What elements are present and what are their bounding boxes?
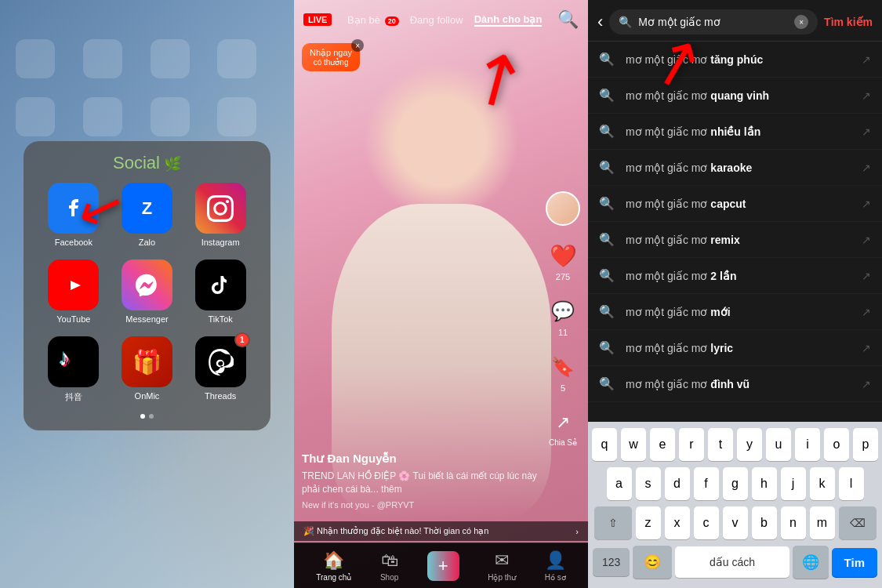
search-submit-button[interactable]: Tìm kiếm [824,16,873,28]
result-text-7: mơ một giấc mơ 2 lần [626,270,851,282]
key-d[interactable]: d [665,467,690,500]
key-e[interactable]: e [650,428,675,461]
result-5[interactable]: 🔍 mơ một giấc mơ capcut ↗ [588,186,882,222]
tiktok-promo-bar[interactable]: 🎉 Nhận thưởng đặc biệt nào! Thời gian có… [294,521,588,541]
result-1[interactable]: 🔍 mơ một giấc mơ tăng phúc ↗ [588,42,882,78]
tiktok-tabs[interactable]: Bạn bè 20 Đang follow Dành cho bạn [347,13,542,27]
search-header: ‹ 🔍 Mơ một giấc mơ × Tìm kiếm [588,0,882,42]
key-n[interactable]: n [781,506,806,539]
create-post-button[interactable]: + [427,551,459,581]
key-b[interactable]: b [752,506,777,539]
app-tiktok[interactable]: TikTok [190,260,251,324]
key-delete[interactable]: ⌫ [839,506,877,539]
comment-icon: 💬 [549,297,577,325]
key-q[interactable]: q [592,428,617,461]
tab-for-you[interactable]: Dành cho bạn [474,13,543,27]
bg-app-7 [151,97,190,136]
key-j[interactable]: j [781,467,806,500]
key-search[interactable]: Tim [832,548,877,577]
back-button[interactable]: ‹ [597,12,603,32]
key-shift[interactable]: ⇧ [594,506,632,539]
key-k[interactable]: k [810,467,835,500]
nav-home[interactable]: 🏠 Trang chủ [316,550,351,582]
key-r[interactable]: r [679,428,704,461]
app-messenger[interactable]: Messenger [117,260,178,324]
key-space[interactable]: dấu cách [675,546,789,578]
nav-create[interactable]: + [427,551,459,581]
result-arrow-2: ↗ [862,89,871,102]
search-bar[interactable]: 🔍 Mơ một giấc mơ × [609,9,818,34]
tiktok-video-info: Thư Đan Nguyễn TREND LAN HỒ ĐIỆP 🌸 Tui b… [302,452,541,510]
tiktok-search-button[interactable]: 🔍 [557,9,579,30]
bg-app-1 [16,39,55,78]
result-2[interactable]: 🔍 mơ một giấc mơ quang vinh ↗ [588,78,882,114]
key-t[interactable]: t [708,428,733,461]
share-button[interactable]: ↗ Chia Sẻ [549,408,577,447]
result-3[interactable]: 🔍 mơ một giấc mơ nhiều lần ↗ [588,114,882,150]
key-l[interactable]: l [839,467,864,500]
key-h[interactable]: h [752,467,777,500]
result-4[interactable]: 🔍 mơ một giấc mơ karaoke ↗ [588,150,882,186]
share-icon: ↗ [549,408,577,437]
tab-friends[interactable]: Bạn bè 20 [347,14,399,26]
onmic-label: OnMic [135,391,160,401]
result-7[interactable]: 🔍 mơ một giấc mơ 2 lần ↗ [588,258,882,294]
result-arrow-1: ↗ [862,53,871,66]
key-o[interactable]: o [824,428,849,461]
social-folder[interactable]: Social 🌿 Facebook Z Zalo [24,141,270,430]
result-search-icon-10: 🔍 [599,376,615,391]
result-10[interactable]: 🔍 mơ một giấc mơ đình vũ ↗ [588,366,882,402]
key-v[interactable]: v [723,506,748,539]
key-g[interactable]: g [723,467,748,500]
key-globe[interactable]: 🌐 [793,546,829,579]
key-y[interactable]: y [737,428,762,461]
key-emoji[interactable]: 😊 [633,546,672,579]
key-z[interactable]: z [636,506,661,539]
key-f[interactable]: f [694,467,719,500]
app-threads[interactable]: 1 Threads [190,336,251,403]
key-i[interactable]: i [795,428,820,461]
key-m[interactable]: m [810,506,835,539]
result-search-icon-4: 🔍 [599,160,615,175]
app-onmic[interactable]: 🎁 OnMic [117,336,178,403]
app-youtube[interactable]: YouTube [43,260,104,324]
like-button[interactable]: ❤️ 275 [549,241,577,281]
bookmark-button[interactable]: 🔖 5 [549,353,577,393]
app-instagram[interactable]: Instagram [190,183,251,247]
result-search-icon-7: 🔍 [599,268,615,283]
tiktok-panel: LIVE Bạn bè 20 Đang follow Dành cho bạn … [294,0,588,588]
tab-following[interactable]: Đang follow [410,14,463,26]
comment-button[interactable]: 💬 11 [549,297,577,337]
youtube-icon [48,260,99,310]
tiktok-icon [195,260,246,310]
key-p[interactable]: p [853,428,878,461]
result-9[interactable]: 🔍 mơ một giấc mơ lyric ↗ [588,330,882,366]
tiktok-promo-banner[interactable]: × Nhập ngay có thưởng [302,43,360,71]
key-s[interactable]: s [636,467,661,500]
douyin-icon: ♪ ♪ ♪ [48,336,99,387]
result-6[interactable]: 🔍 mơ một giấc mơ remix ↗ [588,222,882,258]
tiktok-label: TikTok [208,314,232,324]
bg-app-5 [16,97,55,136]
nav-profile[interactable]: 👤 Hồ sơ [545,550,566,582]
result-arrow-10: ↗ [862,378,871,390]
key-w[interactable]: w [621,428,646,461]
folder-page-dots [35,414,259,419]
nav-shop[interactable]: 🛍 Shop [380,550,398,582]
key-row-2: a s d f g h j k l [590,467,880,500]
comment-count: 11 [558,328,568,337]
tiktok-right-actions: ❤️ 275 💬 11 🔖 5 ↗ Chia Sẻ [546,191,580,447]
nav-inbox[interactable]: ✉ Hộp thư [488,550,516,582]
bg-app-4 [217,39,256,78]
app-douyin[interactable]: ♪ ♪ ♪ 抖音 [43,336,104,403]
folder-title-text: Social [113,153,160,172]
key-c[interactable]: c [694,506,719,539]
clear-search-button[interactable]: × [794,15,808,29]
promo-close-button[interactable]: × [351,39,364,52]
key-a[interactable]: a [607,467,632,500]
creator-avatar[interactable] [546,191,580,226]
result-8[interactable]: 🔍 mơ một giấc mơ mới ↗ [588,294,882,330]
key-u[interactable]: u [766,428,791,461]
key-x[interactable]: x [665,506,690,539]
key-num[interactable]: 123 [593,548,630,576]
